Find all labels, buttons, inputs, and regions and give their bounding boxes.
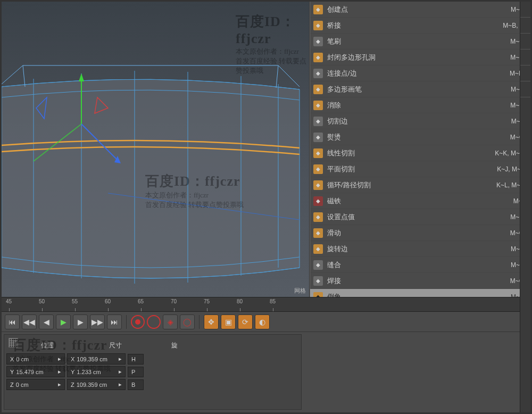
pos-header: 位置: [41, 342, 54, 349]
menu-item-切割边[interactable]: ◆切割边M~F: [310, 113, 530, 129]
tool-icon: ◆: [313, 292, 323, 297]
pos-field[interactable]: X 0 cm ▸: [6, 353, 65, 365]
mesh-context-menu[interactable]: ◆创建点M~A◆桥接M~B, B◆笔刷M~C◆封闭多边形孔洞M~D◆连接点/边M…: [310, 2, 530, 297]
move-tool-button[interactable]: ✥: [204, 314, 219, 329]
menu-item-连接点/边[interactable]: ◆连接点/边M~M: [310, 65, 530, 81]
coord-row-Z: Z 0 cm ▸Z 109.359 cm ▸B: [6, 379, 299, 390]
menu-label: 笔刷: [327, 37, 510, 46]
timeline-tick: 70: [171, 299, 177, 304]
menu-label: 多边形画笔: [327, 85, 511, 94]
goto-end-button[interactable]: ⏭: [107, 314, 122, 329]
menu-label: 平面切割: [327, 164, 497, 174]
param-tool-button[interactable]: ◐: [255, 314, 270, 329]
tool-icon: ◆: [313, 69, 323, 78]
3d-viewport[interactable]: 百度ID：ffjczr 本文原创作者：ffjczr 首发百度经验 转载要点赞投票…: [2, 2, 310, 297]
tool-icon: ◆: [313, 117, 323, 126]
scale-tool-button[interactable]: ▣: [221, 314, 236, 329]
key-options-button[interactable]: ◈: [163, 314, 178, 329]
rot-field[interactable]: P: [128, 367, 144, 377]
timeline-tick: 65: [138, 299, 144, 304]
timeline-tick: 45: [6, 299, 12, 304]
size-field[interactable]: Z 109.359 cm ▸: [67, 379, 126, 390]
menu-label: 封闭多边形孔洞: [327, 53, 510, 62]
grid-icon: [9, 338, 18, 347]
menu-item-焊接[interactable]: ◆焊接M~Q: [310, 273, 530, 289]
menu-item-封闭多边形孔洞[interactable]: ◆封闭多边形孔洞M~D: [310, 49, 530, 65]
prev-frame-button[interactable]: ◀: [39, 314, 54, 329]
menu-item-线性切割[interactable]: ◆线性切割K~K, M~K: [310, 145, 530, 161]
timeline[interactable]: 455055606570758085: [2, 297, 530, 312]
menu-label: 倒角: [327, 292, 511, 297]
prev-key-button[interactable]: ◀◀: [22, 314, 37, 329]
key-selection-button[interactable]: ◯: [180, 314, 195, 329]
timeline-tick: 85: [270, 299, 276, 304]
next-key-button[interactable]: ▶▶: [90, 314, 105, 329]
menu-label: 旋转边: [327, 244, 511, 254]
tool-icon: ◆: [313, 85, 323, 94]
tool-icon: ◆: [313, 37, 323, 46]
tool-icon: ◆: [313, 164, 323, 174]
menu-item-磁铁[interactable]: ◆磁铁M~I: [310, 193, 530, 209]
model-wireframe: [2, 2, 310, 297]
menu-label: 设置点值: [327, 212, 510, 222]
coord-row-Y: Y 15.479 cm ▸Y 1.233 cm ▸P: [6, 366, 299, 377]
timeline-tick: 80: [237, 299, 243, 304]
menu-item-滑动[interactable]: ◆滑动M~O: [310, 225, 530, 241]
autokey-button[interactable]: [147, 315, 161, 329]
size-field[interactable]: X 109.359 cm ▸: [67, 353, 126, 365]
tool-icon: ◆: [313, 196, 323, 206]
menu-label: 创建点: [327, 5, 511, 14]
menu-item-缝合[interactable]: ◆缝合M~P: [310, 257, 530, 273]
tool-icon: ◆: [313, 260, 323, 270]
tool-icon: ◆: [313, 244, 323, 254]
menu-item-旋转边[interactable]: ◆旋转边M~V: [310, 241, 530, 257]
menu-item-平面切割[interactable]: ◆平面切割K~J, M~J: [310, 161, 530, 177]
svg-marker-8: [79, 73, 84, 81]
timeline-tick: 55: [72, 299, 78, 304]
menu-item-多边形画笔[interactable]: ◆多边形画笔M~E: [310, 81, 530, 97]
tool-icon: ◆: [313, 53, 323, 62]
goto-start-button[interactable]: ⏮: [5, 314, 20, 329]
tool-icon: ◆: [313, 180, 323, 190]
play-button[interactable]: ▶: [56, 314, 71, 329]
tool-icon: ◆: [313, 133, 323, 142]
menu-label: 熨烫: [327, 133, 510, 142]
right-tab-strip[interactable]: [520, 2, 530, 412]
menu-item-消除[interactable]: ◆消除M~N: [310, 97, 530, 113]
menu-item-创建点[interactable]: ◆创建点M~A: [310, 2, 530, 18]
tool-icon: ◆: [313, 148, 323, 158]
menu-label: 切割边: [327, 117, 511, 126]
tool-icon: ◆: [313, 212, 323, 222]
next-frame-button[interactable]: ▶: [73, 314, 88, 329]
menu-item-桥接[interactable]: ◆桥接M~B, B: [310, 18, 530, 34]
viewport-mode-label: 网格: [294, 287, 306, 295]
menu-item-循环/路径切割[interactable]: ◆循环/路径切割K~L, M~L: [310, 177, 530, 193]
record-button[interactable]: [131, 315, 145, 329]
tool-icon: ◆: [313, 21, 323, 30]
playback-toolbar: ⏮ ◀◀ ◀ ▶ ▶ ▶▶ ⏭ ◈ ◯ ✥ ▣ ⟳ ◐: [2, 312, 530, 332]
menu-label: 线性切割: [327, 148, 495, 158]
menu-item-倒角[interactable]: ◆倒角M~S: [310, 289, 530, 297]
coordinate-manager: 位置 尺寸 旋 X 0 cm ▸X 109.359 cm ▸HY 15.479 …: [2, 332, 530, 412]
menu-label: 消除: [327, 101, 510, 110]
menu-item-笔刷[interactable]: ◆笔刷M~C: [310, 34, 530, 49]
pos-field[interactable]: Z 0 cm ▸: [6, 379, 65, 390]
menu-label: 桥接: [327, 21, 503, 30]
timeline-tick: 60: [105, 299, 111, 304]
timeline-tick: 50: [39, 299, 45, 304]
menu-item-熨烫[interactable]: ◆熨烫M~G: [310, 129, 530, 145]
menu-label: 连接点/边: [327, 69, 510, 78]
tool-icon: ◆: [313, 101, 323, 110]
size-field[interactable]: Y 1.233 cm ▸: [67, 366, 126, 377]
rot-header: 旋: [171, 342, 178, 349]
menu-label: 焊接: [327, 276, 510, 286]
rotate-tool-button[interactable]: ⟳: [238, 314, 253, 329]
rot-field[interactable]: B: [128, 379, 144, 390]
menu-label: 缝合: [327, 260, 511, 270]
tool-icon: ◆: [313, 228, 323, 238]
rot-field[interactable]: H: [128, 354, 144, 365]
menu-label: 循环/路径切割: [327, 180, 496, 190]
coord-row-X: X 0 cm ▸X 109.359 cm ▸H: [6, 353, 299, 365]
pos-field[interactable]: Y 15.479 cm ▸: [6, 366, 65, 377]
menu-item-设置点值[interactable]: ◆设置点值M~U: [310, 209, 530, 225]
